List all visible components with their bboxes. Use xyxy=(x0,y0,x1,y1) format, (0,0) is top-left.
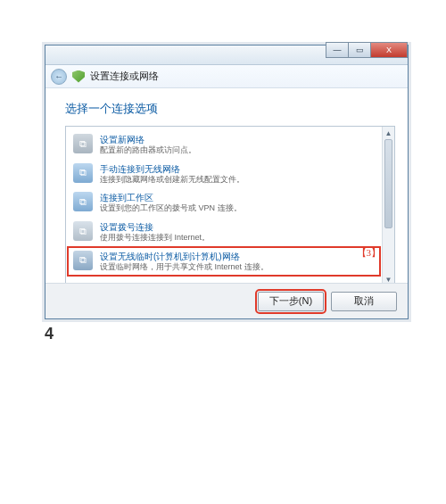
option-title: 连接到工作区 xyxy=(100,192,242,203)
option-title: 手动连接到无线网络 xyxy=(100,163,244,175)
step-number: 4 xyxy=(45,325,410,343)
work-icon: ⧉ xyxy=(73,192,93,211)
footer-bar: 下一步(N) 取消 xyxy=(45,283,408,318)
option-1[interactable]: ⧉手动连接到无线网络连接到隐藏网络或创建新无线配置文件。 xyxy=(68,160,380,189)
shield-icon xyxy=(72,70,85,83)
maximize-button[interactable]: ▭ xyxy=(348,42,371,58)
page-heading: 选择一个连接选项 xyxy=(65,101,395,117)
scrollbar[interactable]: ▲ ▼ xyxy=(382,127,394,285)
close-button[interactable]: X xyxy=(370,42,408,58)
option-desc: 配置新的路由器或访问点。 xyxy=(100,145,196,156)
minimize-button[interactable]: — xyxy=(326,42,349,58)
option-desc: 使用拨号连接连接到 Internet。 xyxy=(100,233,210,244)
wizard-window: — ▭ X ← 设置连接或网络 选择一个连接选项 ⧉设置新网络配置新的路由器或访… xyxy=(45,45,409,319)
annotation-3: 【3】 xyxy=(357,246,382,260)
option-desc: 设置到您的工作区的拨号或 VPN 连接。 xyxy=(100,203,242,214)
header-row: ← 设置连接或网络 xyxy=(45,65,408,88)
next-button[interactable]: 下一步(N) xyxy=(258,292,324,311)
scroll-up-icon[interactable]: ▲ xyxy=(384,128,392,137)
adhoc-icon: ⧉ xyxy=(73,251,93,270)
scroll-thumb[interactable] xyxy=(384,139,392,228)
option-4[interactable]: ⧉设置无线临时(计算机到计算机)网络设置临时网络，用于共享文件或 Interne… xyxy=(68,247,380,277)
option-desc: 设置临时网络，用于共享文件或 Internet 连接。 xyxy=(100,262,268,273)
wifi-icon: ⧉ xyxy=(73,163,93,183)
option-3[interactable]: ⧉设置拨号连接使用拨号连接连接到 Internet。 xyxy=(68,218,380,247)
option-title: 设置新网络 xyxy=(100,134,196,145)
content-area: 选择一个连接选项 ⧉设置新网络配置新的路由器或访问点。⧉手动连接到无线网络连接到… xyxy=(45,88,408,286)
titlebar: — ▭ X xyxy=(45,45,408,65)
printer-icon: ⧉ xyxy=(73,221,93,241)
router-icon: ⧉ xyxy=(73,134,93,153)
header-title: 设置连接或网络 xyxy=(90,70,159,83)
window-controls: — ▭ X xyxy=(326,42,408,58)
option-title: 设置拨号连接 xyxy=(100,221,210,233)
option-title: 设置无线临时(计算机到计算机)网络 xyxy=(100,251,268,262)
option-2[interactable]: ⧉连接到工作区设置到您的工作区的拨号或 VPN 连接。 xyxy=(68,188,380,218)
options-listbox: ⧉设置新网络配置新的路由器或访问点。⧉手动连接到无线网络连接到隐藏网络或创建新无… xyxy=(65,126,395,286)
option-0[interactable]: ⧉设置新网络配置新的路由器或访问点。 xyxy=(68,130,380,160)
cancel-button[interactable]: 取消 xyxy=(331,292,397,311)
back-icon[interactable]: ← xyxy=(51,69,67,85)
option-desc: 连接到隐藏网络或创建新无线配置文件。 xyxy=(100,175,244,186)
